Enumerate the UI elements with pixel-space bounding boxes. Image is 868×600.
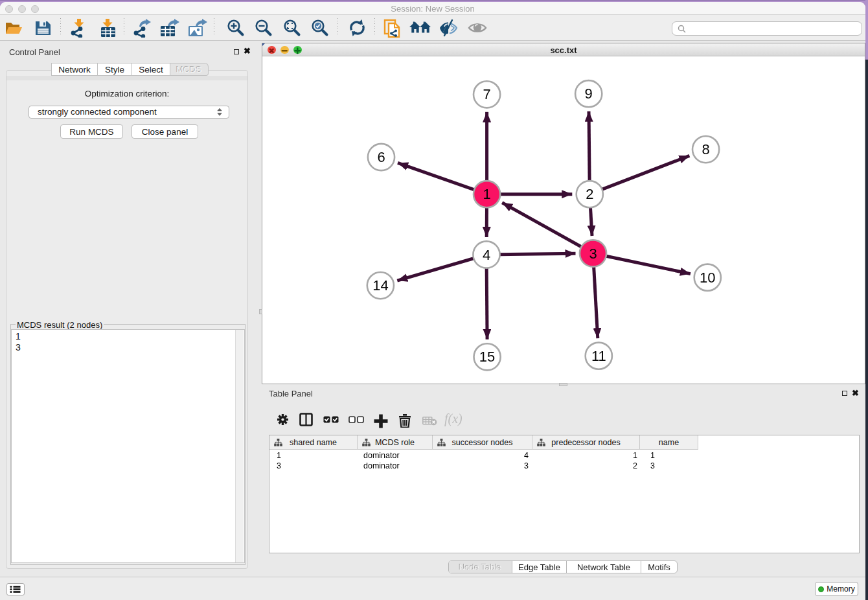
- svg-text:15: 15: [479, 349, 495, 365]
- svg-text:6: 6: [377, 149, 385, 165]
- svg-text:7: 7: [483, 86, 490, 102]
- svg-text:10: 10: [700, 270, 715, 286]
- svg-text:1: 1: [483, 186, 490, 202]
- svg-text:9: 9: [585, 86, 593, 102]
- svg-text:2: 2: [586, 186, 593, 202]
- svg-text:4: 4: [483, 247, 490, 263]
- svg-text:14: 14: [372, 277, 388, 294]
- svg-text:3: 3: [589, 246, 597, 262]
- svg-text:11: 11: [591, 348, 606, 364]
- svg-text:8: 8: [702, 141, 709, 157]
